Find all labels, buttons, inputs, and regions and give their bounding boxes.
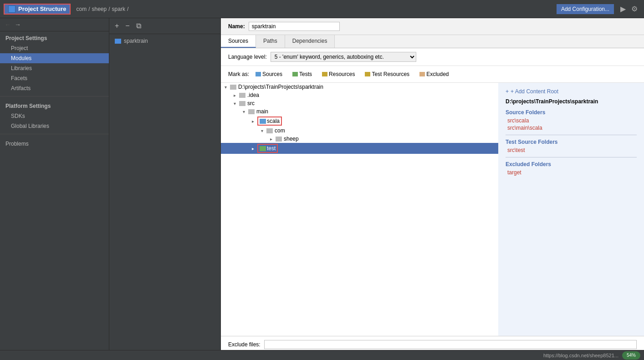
mark-tests-button[interactable]: Tests	[289, 70, 316, 79]
tab-dependencies[interactable]: Dependencies	[285, 35, 335, 48]
tab-paths[interactable]: Paths	[256, 35, 285, 48]
sidebar-item-sdks[interactable]: SDKs	[0, 111, 109, 121]
test-folder-icon	[260, 146, 266, 151]
sidebar-item-modules[interactable]: Modules	[0, 53, 109, 63]
mark-as-row: Mark as: Sources Tests Resources	[221, 66, 644, 83]
modules-toolbar: + − ⧉	[109, 18, 220, 34]
test-path-1: src\test	[506, 147, 637, 153]
platform-settings-section: Platform Settings	[0, 99, 109, 111]
project-settings-section: Project Settings	[0, 31, 109, 43]
mark-excluded-button[interactable]: Excluded	[416, 70, 452, 79]
exclude-files-input[interactable]	[264, 340, 637, 349]
idea-chevron	[232, 93, 237, 98]
name-row: Name:	[221, 18, 644, 35]
mark-test-resources-button[interactable]: Test Resources	[361, 70, 413, 79]
modules-list: sparktrain	[109, 34, 220, 360]
excluded-path-1: target	[506, 169, 637, 176]
back-arrow[interactable]: ←	[5, 21, 11, 28]
sources-folder-icon	[256, 72, 261, 76]
tree-item-com[interactable]: com	[221, 127, 498, 135]
language-level-select[interactable]: 5 - 'enum' keyword, generics, autoboxing…	[271, 52, 416, 62]
sidebar-item-libraries[interactable]: Libraries	[0, 63, 109, 73]
project-structure-title: Project Structure	[4, 4, 71, 15]
test-source-folders-title: Test Source Folders	[506, 139, 637, 145]
tests-folder-icon	[292, 72, 298, 76]
tree-and-info: D:\projects\TrainProjects\sparktrain .id…	[221, 83, 644, 336]
root-path-text: D:\projects\TrainProjects\sparktrain	[238, 84, 323, 90]
mark-sources-button[interactable]: Sources	[252, 70, 286, 79]
sidebar-item-project[interactable]: Project	[0, 43, 109, 53]
sidebar-divider-2	[0, 134, 109, 134]
modules-list-panel: + − ⧉ sparktrain	[109, 18, 221, 360]
scala-folder-icon	[260, 119, 266, 124]
content-root-path: D:\projects\TrainProjects\sparktrain	[506, 98, 637, 105]
run-button[interactable]: ▶	[618, 4, 629, 14]
sources-content: Language level: 5 - 'enum' keyword, gene…	[221, 48, 644, 360]
sidebar-item-artifacts[interactable]: Artifacts	[0, 83, 109, 93]
source-path-2: src\main\scala	[506, 125, 637, 131]
tree-item-sheep[interactable]: sheep	[221, 135, 498, 143]
add-module-button[interactable]: +	[113, 21, 121, 31]
sheep-folder-icon	[276, 137, 282, 142]
mark-resources-button[interactable]: Resources	[318, 70, 358, 79]
add-icon: +	[506, 88, 509, 95]
content-root-info-panel: + + Add Content Root D:\projects\TrainPr…	[498, 83, 644, 336]
nav-arrows: ← →	[0, 18, 109, 31]
language-level-row: Language level: 5 - 'enum' keyword, gene…	[221, 48, 644, 66]
sheep-chevron	[268, 137, 274, 142]
tree-item-scala[interactable]: scala	[221, 116, 498, 127]
tree-item-src[interactable]: src	[221, 99, 498, 107]
sidebar: ← → Project Settings Project Modules Lib…	[0, 18, 109, 360]
root-chevron	[223, 85, 228, 90]
status-url: https://blog.csdn.net/sheep8521...	[543, 353, 618, 358]
add-configuration-button[interactable]: Add Configuration...	[557, 4, 614, 14]
memory-indicator[interactable]: 54%	[622, 351, 640, 360]
sidebar-divider	[0, 96, 109, 96]
project-icon	[8, 5, 15, 13]
breadcrumb-spark[interactable]: spark	[112, 6, 125, 12]
tree-root[interactable]: D:\projects\TrainProjects\sparktrain	[221, 83, 498, 91]
tree-item-main[interactable]: main	[221, 107, 498, 116]
title-text: Project Structure	[18, 5, 66, 12]
module-tabs: Sources Paths Dependencies	[221, 35, 644, 48]
status-bar: https://blog.csdn.net/sheep8521... 54%	[0, 350, 644, 360]
main-folder-icon	[248, 109, 255, 114]
module-details-panel: Name: Sources Paths Dependencies Languag…	[221, 18, 644, 360]
resources-folder-icon	[322, 72, 327, 76]
sheep-label: sheep	[284, 136, 299, 142]
sidebar-item-facets[interactable]: Facets	[0, 73, 109, 83]
add-root-label: + Add Content Root	[511, 88, 558, 95]
src-label: src	[247, 100, 255, 106]
module-sparktrain[interactable]: sparktrain	[109, 36, 220, 46]
tab-sources[interactable]: Sources	[221, 35, 256, 48]
module-name-input[interactable]	[249, 22, 340, 31]
main-label: main	[256, 108, 268, 115]
module-folder-icon	[115, 39, 121, 44]
tree-item-idea[interactable]: .idea	[221, 91, 498, 99]
root-folder-icon	[230, 85, 236, 90]
sidebar-item-global-libraries[interactable]: Global Libraries	[0, 121, 109, 131]
idea-folder-icon	[239, 93, 245, 98]
breadcrumb: com / sheep / spark /	[76, 6, 128, 12]
src-chevron	[232, 101, 237, 106]
copy-module-button[interactable]: ⧉	[134, 21, 143, 31]
sidebar-item-problems[interactable]: Problems	[0, 137, 109, 151]
com-label: com	[275, 127, 285, 134]
remove-module-button[interactable]: −	[123, 21, 131, 31]
debug-button[interactable]: ⚙	[629, 4, 640, 14]
forward-arrow[interactable]: →	[15, 21, 21, 28]
tree-item-test[interactable]: test	[221, 143, 498, 154]
scala-label: scala	[267, 118, 280, 124]
idea-label: .idea	[247, 92, 259, 98]
test-resources-folder-icon	[365, 72, 370, 76]
breadcrumb-sheep[interactable]: sheep	[92, 6, 107, 12]
top-bar: Project Structure com / sheep / spark / …	[0, 0, 644, 18]
language-level-label: Language level:	[228, 54, 267, 60]
breadcrumb-com[interactable]: com	[76, 6, 87, 12]
file-tree: D:\projects\TrainProjects\sparktrain .id…	[221, 83, 498, 336]
module-name: sparktrain	[124, 38, 148, 44]
excluded-folder-icon	[419, 72, 425, 76]
com-folder-icon	[266, 128, 273, 133]
memory-percentage: 54%	[627, 353, 636, 358]
add-content-root-button[interactable]: + + Add Content Root	[506, 88, 637, 95]
